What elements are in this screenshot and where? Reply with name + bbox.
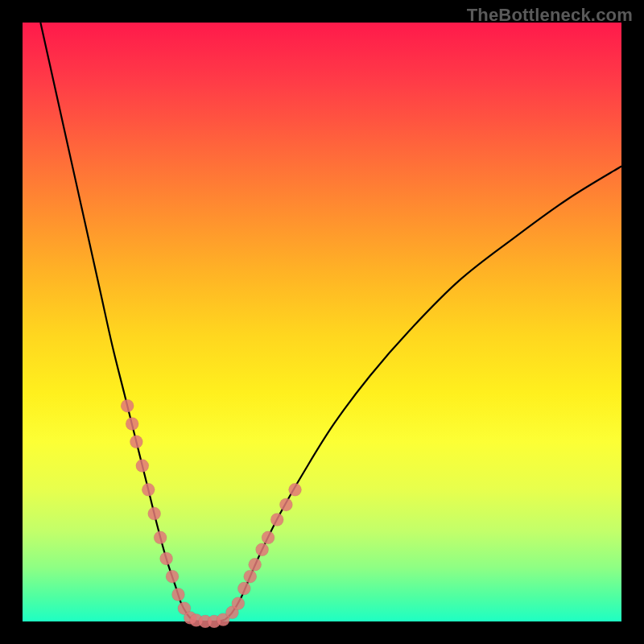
data-marker: [136, 460, 149, 473]
marker-group: [121, 399, 301, 628]
data-marker: [232, 597, 245, 610]
data-marker: [121, 399, 134, 412]
data-marker: [256, 543, 269, 556]
data-marker: [160, 552, 173, 565]
data-marker: [148, 507, 161, 520]
plot-area: [23, 23, 621, 621]
data-marker: [171, 588, 184, 601]
data-marker: [270, 514, 283, 526]
curve-left: [40, 23, 192, 620]
chart-frame: TheBottleneck.com: [0, 0, 644, 644]
curve-group: [40, 23, 621, 621]
data-marker: [244, 570, 257, 583]
chart-svg: [23, 23, 621, 621]
curve-right: [225, 167, 621, 620]
data-marker: [142, 483, 155, 496]
data-marker: [237, 582, 250, 595]
data-marker: [154, 531, 167, 544]
data-marker: [279, 498, 292, 511]
data-marker: [166, 570, 179, 583]
data-marker: [289, 483, 302, 496]
data-marker: [262, 531, 275, 544]
data-marker: [130, 436, 142, 448]
data-marker: [126, 417, 138, 430]
data-marker: [249, 558, 262, 571]
